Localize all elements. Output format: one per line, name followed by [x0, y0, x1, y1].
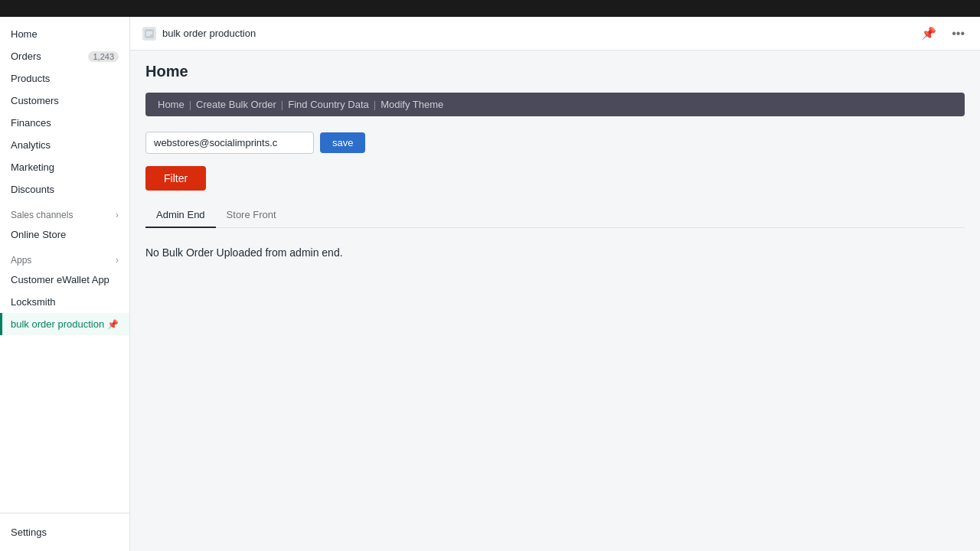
email-form-row: save — [145, 132, 965, 154]
breadcrumb-find-country-data[interactable]: Find Country Data — [288, 99, 369, 110]
app-title: bulk order production — [162, 28, 256, 39]
sidebar-item-customer-ewallet[interactable]: Customer eWallet App — [0, 269, 129, 291]
sales-channels-chevron-icon: › — [116, 210, 119, 220]
filter-button[interactable]: Filter — [145, 166, 206, 191]
sidebar-item-online-store[interactable]: Online Store — [0, 223, 129, 246]
apps-section: Apps › — [0, 246, 129, 269]
orders-badge: 1,243 — [88, 51, 119, 62]
sidebar-item-analytics[interactable]: Analytics — [0, 134, 129, 156]
apps-chevron-icon: › — [116, 255, 119, 266]
save-button[interactable]: save — [320, 132, 365, 153]
sidebar-item-orders[interactable]: Orders 1,243 — [0, 45, 129, 67]
filter-row: Filter — [145, 166, 965, 203]
main-content: bulk order production 📌 ••• Home Home | … — [130, 17, 980, 551]
pin-icon: 📌 — [107, 319, 119, 330]
sidebar-nav: Home Orders 1,243 Products Customers Fin… — [0, 17, 129, 513]
page-content: Home Home | Create Bulk Order | Find Cou… — [130, 51, 980, 551]
sidebar-item-bulk-order[interactable]: bulk order production 📌 — [0, 313, 129, 335]
app-header: bulk order production 📌 ••• — [130, 17, 980, 51]
tab-store-front[interactable]: Store Front — [216, 203, 287, 228]
tab-admin-end[interactable]: Admin End — [145, 203, 216, 228]
sidebar-item-customers[interactable]: Customers — [0, 90, 129, 112]
empty-state-text: No Bulk Order Uploaded from admin end. — [145, 240, 965, 265]
sidebar-item-finances[interactable]: Finances — [0, 112, 129, 134]
sidebar-item-home[interactable]: Home — [0, 23, 129, 45]
breadcrumb-sep-2: | — [281, 99, 283, 110]
email-input[interactable] — [145, 132, 314, 154]
breadcrumb-home[interactable]: Home — [158, 99, 185, 110]
sidebar-item-settings[interactable]: Settings — [0, 521, 129, 543]
sidebar-item-marketing[interactable]: Marketing — [0, 156, 129, 178]
sidebar: Home Orders 1,243 Products Customers Fin… — [0, 17, 130, 551]
pin-button[interactable]: 📌 — [918, 23, 939, 44]
app-header-right: 📌 ••• — [918, 23, 968, 44]
app-icon — [142, 27, 156, 41]
breadcrumb-bar: Home | Create Bulk Order | Find Country … — [145, 93, 965, 116]
breadcrumb-modify-theme[interactable]: Modify Theme — [381, 99, 443, 110]
sidebar-item-products[interactable]: Products — [0, 67, 129, 90]
breadcrumb-sep-3: | — [374, 99, 376, 110]
sales-channels-section: Sales channels › — [0, 201, 129, 223]
sidebar-item-discounts[interactable]: Discounts — [0, 178, 129, 201]
page-title: Home — [145, 63, 965, 80]
sidebar-item-locksmith[interactable]: Locksmith — [0, 291, 129, 313]
top-bar — [0, 0, 980, 17]
tabs: Admin End Store Front — [145, 203, 965, 228]
more-button[interactable]: ••• — [949, 24, 968, 44]
breadcrumb-create-bulk-order[interactable]: Create Bulk Order — [196, 99, 276, 110]
sidebar-footer: Settings — [0, 513, 129, 551]
breadcrumb-sep-1: | — [189, 99, 191, 110]
app-header-left: bulk order production — [142, 27, 256, 41]
